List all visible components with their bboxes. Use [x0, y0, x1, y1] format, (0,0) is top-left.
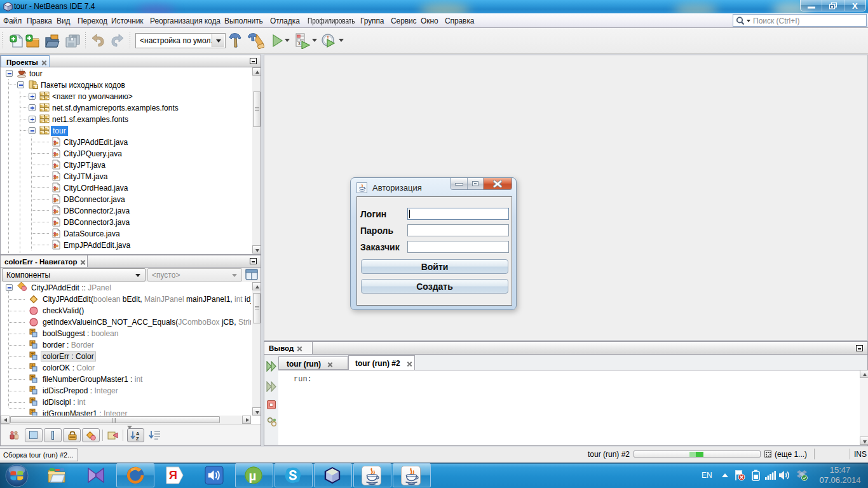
svg-text:3: 3	[298, 41, 301, 46]
svg-text:Я: Я	[169, 468, 177, 482]
svg-text:Z: Z	[136, 436, 139, 441]
svg-text:µ: µ	[249, 468, 257, 483]
